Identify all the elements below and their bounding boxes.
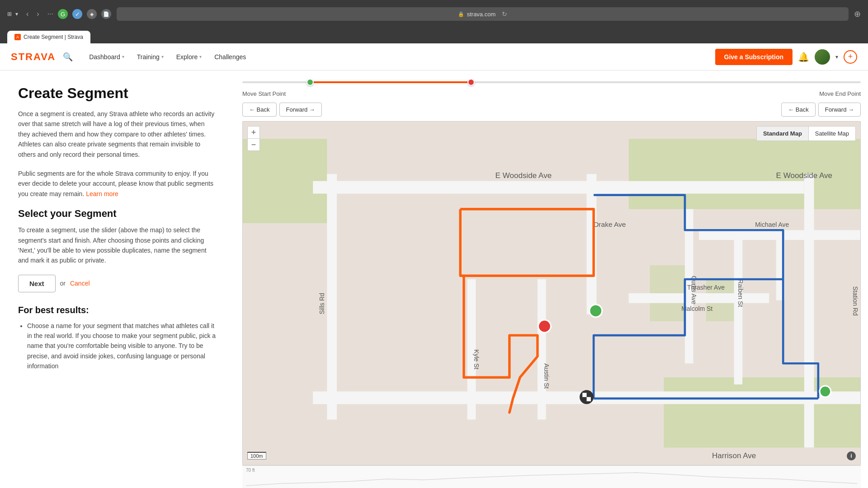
chevron-down-icon: ▾ [199, 54, 202, 59]
map-type-buttons: Standard Map Satellite Map [756, 126, 856, 141]
end-move-group: ← Back Forward → [781, 103, 861, 117]
slider-end-thumb[interactable] [467, 79, 475, 86]
svg-point-36 [820, 386, 831, 397]
svg-rect-12 [804, 174, 814, 447]
address-bar[interactable]: 🔒 strava.com ↻ [117, 7, 849, 21]
start-forward-button[interactable]: Forward → [279, 103, 322, 117]
svg-rect-8 [629, 293, 769, 303]
svg-text:Malcolm St: Malcolm St [681, 305, 712, 312]
learn-more-link[interactable]: Learn more [86, 190, 118, 197]
nav-dashboard[interactable]: Dashboard ▾ [84, 43, 130, 70]
svg-rect-33 [587, 397, 591, 401]
avatar[interactable] [815, 49, 830, 65]
notifications-button[interactable]: 🔔 [798, 52, 809, 62]
start-move-group: ← Back Forward → [242, 103, 322, 117]
satellite-map-button[interactable]: Satellite Map [808, 127, 855, 141]
map-info-button[interactable]: i [847, 451, 856, 460]
ext-doc: 📄 [101, 9, 111, 19]
elevation-label: 70 ft [246, 468, 255, 473]
move-start-label: Move Start Point [242, 90, 286, 97]
tab-dropdown[interactable]: ▾ [15, 11, 18, 17]
main-layout: Create Segment Once a segment is created… [0, 70, 868, 488]
search-button[interactable]: 🔍 [63, 52, 73, 62]
elevation-chart: 70 ft [242, 465, 861, 488]
chevron-down-icon: ▾ [122, 54, 124, 59]
more-icon: ··· [47, 10, 53, 18]
tips-list: Choose a name for your segment that matc… [18, 321, 217, 371]
svg-rect-14 [734, 230, 743, 385]
nav-explore[interactable]: Explore ▾ [171, 43, 207, 70]
subscription-button[interactable]: Give a Subscription [715, 49, 793, 65]
new-tab-icon[interactable]: ⊕ [854, 9, 861, 19]
intro-paragraph-2: Public segments are for the whole Strava… [18, 169, 217, 199]
svg-text:Harrison Ave: Harrison Ave [712, 451, 756, 460]
url-text: strava.com [467, 11, 496, 18]
avatar-image [815, 49, 830, 65]
svg-text:Sills Rd: Sills Rd [318, 293, 326, 314]
slider-track-container[interactable] [242, 78, 861, 87]
svg-text:Austin St: Austin St [543, 363, 550, 389]
svg-rect-1 [243, 139, 327, 223]
forward-button[interactable]: › [34, 9, 42, 19]
slider-fill [310, 81, 471, 83]
svg-text:E Woodside Ave: E Woodside Ave [495, 171, 552, 180]
tab-favicon: A [14, 34, 21, 40]
svg-text:Station Rd: Station Rd [852, 286, 859, 315]
svg-text:Michael Ave: Michael Ave [755, 221, 789, 228]
slider-start-thumb[interactable] [307, 79, 314, 86]
browser-chrome: ⊞ ▾ ‹ › ··· G ✓ ◈ 📄 🔒 strava.com ↻ ⊕ [0, 0, 868, 28]
right-panel: Move Start Point Move End Point ← Back F… [235, 70, 868, 488]
start-back-button[interactable]: ← Back [242, 103, 277, 117]
chevron-down-icon: ▾ [161, 54, 164, 59]
lock-icon: 🔒 [458, 11, 464, 17]
main-nav: STRAVA 🔍 Dashboard ▾ Training ▾ Explore … [0, 43, 868, 70]
left-panel: Create Segment Once a segment is created… [0, 70, 235, 488]
svg-rect-10 [327, 174, 337, 419]
add-activity-button[interactable]: + [844, 50, 857, 64]
nav-training[interactable]: Training ▾ [132, 43, 169, 70]
active-tab[interactable]: A Create Segment | Strava [7, 31, 90, 43]
browser-navigation: ‹ › [24, 9, 42, 19]
best-results-title: For best results: [18, 305, 217, 315]
zoom-out-button[interactable]: − [247, 138, 260, 151]
ext-grammarly: G [58, 9, 68, 19]
svg-rect-32 [582, 393, 586, 397]
action-row: Next or Cancel [18, 275, 217, 292]
or-text: or [60, 280, 66, 287]
map-container[interactable]: Standard Map Satellite Map + − 100m i [242, 121, 861, 465]
svg-text:Raiben St: Raiben St [737, 279, 744, 307]
svg-rect-6 [313, 181, 804, 194]
map-scale: 100m [247, 452, 266, 460]
next-button[interactable]: Next [18, 275, 56, 292]
svg-text:Drake Ave: Drake Ave [594, 221, 626, 228]
page-title: Create Segment [18, 85, 217, 102]
grid-icon: ⊞ [7, 11, 12, 17]
tab-title: Create Segment | Strava [24, 34, 83, 40]
slider-labels: Move Start Point Move End Point [242, 90, 861, 97]
cancel-link[interactable]: Cancel [70, 280, 90, 287]
zoom-in-button[interactable]: + [247, 126, 260, 139]
ext-shield: ✓ [72, 9, 82, 19]
browser-extra: ⊕ [854, 9, 861, 19]
browser-tab-controls: ⊞ ▾ [7, 11, 18, 17]
end-back-button[interactable]: ← Back [781, 103, 816, 117]
nav-challenges[interactable]: Challenges [209, 43, 251, 70]
end-forward-button[interactable]: Forward → [818, 103, 861, 117]
intro-paragraph-1: Once a segment is created, any Strava at… [18, 109, 217, 160]
back-button[interactable]: ‹ [24, 9, 31, 19]
profile-dropdown-chevron[interactable]: ▾ [835, 54, 838, 60]
standard-map-button[interactable]: Standard Map [757, 127, 808, 141]
tip-item: Choose a name for your segment that matc… [27, 321, 217, 371]
svg-point-34 [590, 305, 602, 317]
refresh-icon[interactable]: ↻ [502, 10, 507, 18]
map-zoom-controls: + − [247, 126, 260, 151]
nav-links: Dashboard ▾ Training ▾ Explore ▾ Challen… [84, 43, 715, 70]
slider-area: Move Start Point Move End Point [242, 78, 861, 97]
map-svg: E Woodside Ave E Woodside Ave Drake Ave … [243, 122, 860, 465]
browser-extensions: ··· G ✓ ◈ 📄 [47, 9, 111, 19]
move-end-label: Move End Point [819, 90, 861, 97]
ext-shield2: ◈ [87, 9, 97, 19]
svg-rect-3 [664, 377, 860, 447]
svg-text:Kyle St: Kyle St [473, 349, 480, 369]
strava-logo[interactable]: STRAVA [11, 51, 56, 63]
